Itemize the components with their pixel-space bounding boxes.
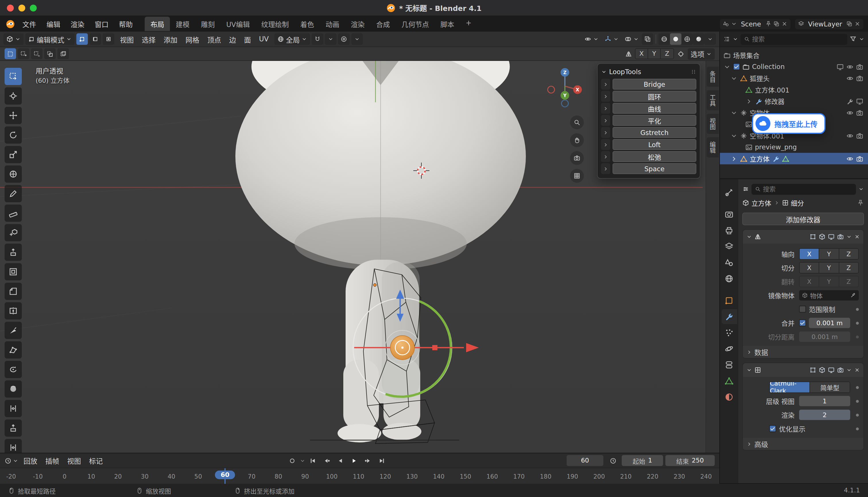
camera-icon[interactable] xyxy=(856,74,864,82)
flip-z-toggle[interactable]: Z xyxy=(839,276,858,287)
tool-knife[interactable] xyxy=(4,322,22,339)
outliner-row-preview-image[interactable]: preview_png xyxy=(720,141,868,153)
workspace-tab[interactable]: UV编辑 xyxy=(220,17,255,31)
workspace-tab[interactable]: + xyxy=(460,17,477,31)
render-toggle-icon[interactable] xyxy=(837,233,844,240)
play-reverse-button[interactable] xyxy=(334,455,347,466)
camera-icon[interactable] xyxy=(856,155,864,162)
eye-icon[interactable] xyxy=(846,155,854,162)
pin-icon[interactable] xyxy=(765,21,771,27)
extras-dropdown-icon[interactable] xyxy=(846,234,852,240)
wrench-icon[interactable] xyxy=(846,97,854,105)
mirror-axis-button[interactable]: Y xyxy=(648,49,661,59)
tool-inset-faces[interactable] xyxy=(4,263,22,280)
sidebar-tab[interactable]: 条目 xyxy=(707,67,719,87)
jump-to-start-button[interactable] xyxy=(307,455,319,466)
chevron-down-icon[interactable] xyxy=(730,109,738,116)
eye-icon[interactable] xyxy=(846,63,854,70)
tool-box-select[interactable] xyxy=(4,68,22,85)
edge-select-toggle[interactable] xyxy=(90,33,101,45)
subdivision-type-option[interactable]: Catmull-Clark xyxy=(770,382,810,393)
outliner-row-mesh-data[interactable]: 立方体.001 xyxy=(720,84,868,95)
menu-item[interactable]: 帮助 xyxy=(114,17,138,30)
edit-mode-toggle-icon[interactable] xyxy=(819,233,825,240)
gizmos-dropdown[interactable] xyxy=(602,33,622,45)
viewlayer-selector[interactable]: ViewLayer xyxy=(795,19,864,29)
flip-y-toggle[interactable]: Y xyxy=(820,276,839,287)
levels-render-field[interactable]: 2 xyxy=(799,410,850,420)
looptools-expand-button[interactable] xyxy=(601,79,610,90)
timeline-menu-item[interactable]: 标记 xyxy=(85,454,107,467)
tab-tool[interactable] xyxy=(721,185,737,200)
viewport-menu-item[interactable]: 视图 xyxy=(116,32,138,46)
tool-move[interactable] xyxy=(4,107,22,124)
close-icon[interactable] xyxy=(781,21,788,27)
optimal-display-checkbox[interactable] xyxy=(769,425,776,432)
bisect-distance-field[interactable]: 0.001 m xyxy=(799,331,850,342)
shading-dropdown[interactable] xyxy=(704,33,716,45)
eye-icon[interactable] xyxy=(846,109,854,116)
menu-item[interactable]: 渲染 xyxy=(65,17,90,30)
axis-y-toggle[interactable]: Y xyxy=(820,249,839,259)
menu-item[interactable]: 编辑 xyxy=(41,17,65,30)
next-keyframe-button[interactable] xyxy=(362,455,374,466)
looptools-expand-button[interactable] xyxy=(601,151,610,162)
select-mode-button[interactable] xyxy=(31,48,43,59)
looptools-operator-button[interactable]: 松弛 xyxy=(613,151,696,162)
tool-spin[interactable] xyxy=(4,361,22,378)
tool-cursor[interactable] xyxy=(4,87,22,104)
vertex-select-toggle[interactable] xyxy=(76,33,88,45)
eye-icon[interactable] xyxy=(846,132,854,139)
eyedropper-icon[interactable] xyxy=(850,293,856,298)
snap-dropdown[interactable] xyxy=(325,33,336,45)
snap-toggle[interactable] xyxy=(312,33,323,45)
copy-icon[interactable] xyxy=(846,21,853,27)
animate-dot[interactable] xyxy=(856,322,859,324)
looptools-operator-button[interactable]: Loft xyxy=(613,139,696,150)
tab-modifiers[interactable] xyxy=(721,309,737,324)
animate-dot[interactable] xyxy=(856,413,859,416)
ortho-toggle-button[interactable] xyxy=(570,169,584,183)
mirror-object-field[interactable]: 物体 xyxy=(799,290,859,300)
animate-dot[interactable] xyxy=(856,427,859,430)
tool-shear[interactable] xyxy=(4,439,22,453)
outliner-row-scene-collection[interactable]: 场景集合 xyxy=(720,49,868,61)
select-mode-button[interactable] xyxy=(44,48,56,59)
tool-annotate[interactable] xyxy=(4,185,22,202)
tab-world[interactable] xyxy=(721,271,737,286)
collection-exclude-checkbox[interactable] xyxy=(733,63,740,70)
tool-smooth[interactable] xyxy=(4,380,22,398)
render-toggle-icon[interactable] xyxy=(837,367,844,373)
drag-upload-overlay[interactable]: 拖拽至此上传 xyxy=(752,113,825,134)
chevron-down-icon[interactable] xyxy=(733,36,738,42)
eye-icon[interactable] xyxy=(846,74,854,82)
realtime-toggle-icon[interactable] xyxy=(828,367,835,373)
looptools-operator-button[interactable]: Space xyxy=(613,163,696,174)
selected-vertex[interactable] xyxy=(373,284,376,286)
edit-mode-toggle-icon[interactable] xyxy=(819,367,825,373)
camera-icon[interactable] xyxy=(856,63,864,70)
looptools-operator-button[interactable]: Bridge xyxy=(613,79,696,90)
looptools-expand-button[interactable] xyxy=(601,103,610,114)
workspace-tab[interactable]: 几何节点 xyxy=(396,17,435,31)
tab-particles[interactable] xyxy=(721,325,737,340)
viewport-menu-item[interactable]: 边 xyxy=(225,32,240,46)
axis-minus-z-ball[interactable] xyxy=(561,100,568,107)
viewport-menu-item[interactable]: 添加 xyxy=(160,32,181,46)
flip-x-toggle[interactable]: X xyxy=(800,276,820,287)
viewport-menu-item[interactable]: 选择 xyxy=(138,32,160,46)
visibility-dropdown[interactable] xyxy=(582,33,602,45)
timeline-menu-item[interactable]: 视图 xyxy=(63,454,85,467)
pin-icon[interactable] xyxy=(857,199,864,206)
timeline-editor-icon[interactable] xyxy=(4,457,12,464)
panel-drag-dots-icon[interactable] xyxy=(691,69,696,75)
axis-z-toggle[interactable]: Z xyxy=(839,249,858,259)
use-preview-range-button[interactable] xyxy=(607,455,619,466)
blender-menu-icon[interactable] xyxy=(6,19,15,28)
proportional-edit-toggle[interactable] xyxy=(338,33,350,45)
looptools-operator-button[interactable]: Gstretch xyxy=(613,127,696,138)
close-icon[interactable] xyxy=(854,21,860,27)
select-mode-button[interactable] xyxy=(4,48,16,59)
prev-keyframe-button[interactable] xyxy=(320,455,333,466)
animate-dot[interactable] xyxy=(856,308,859,311)
